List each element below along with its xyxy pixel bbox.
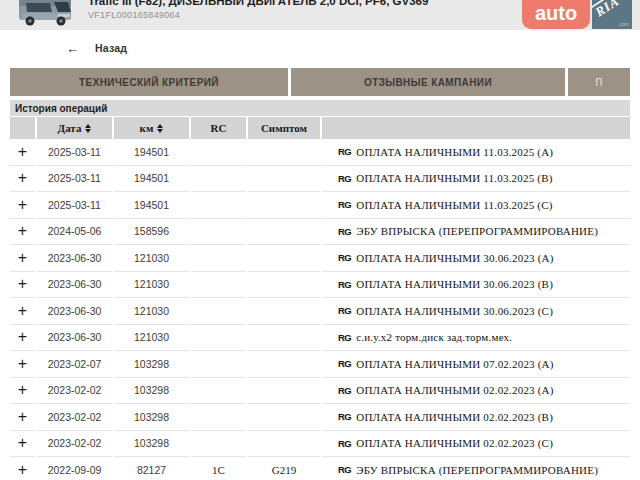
description-cell: RG с.и.у.х2 торм.диск зад.торм.мех. — [322, 325, 630, 352]
vehicle-info: Trafic III (F82), ДИЗЕЛЬНЫЙ ДВИГАТЕЛЬ 2,… — [88, 0, 522, 20]
table-body: + 2025-03-11 194501 RG ОПЛАТА НАЛИЧНЫМИ … — [10, 139, 630, 480]
sort-icon — [85, 124, 91, 133]
description-cell: RG ОПЛАТА НАЛИЧНЫМИ 07.02.2023 (A) — [322, 351, 630, 378]
header-km-sort[interactable]: км — [114, 117, 189, 139]
back-arrow-icon: ← — [66, 41, 79, 56]
rg-tag: RG — [338, 464, 351, 475]
header-date-sort[interactable]: Дата — [37, 117, 112, 139]
tab-clipped[interactable]: П — [568, 68, 630, 96]
expand-cell: + — [10, 325, 35, 352]
expand-cell: + — [10, 431, 35, 458]
vehicle-header-bar: Trafic III (F82), ДИЗЕЛЬНЫЙ ДВИГАТЕЛЬ 2,… — [0, 0, 640, 30]
km-cell: 103298 — [114, 404, 189, 431]
auto-logo[interactable]: auto — [522, 0, 590, 29]
vehicle-vin: VF1FL000165849064 — [88, 10, 522, 20]
tab-technical-criteria[interactable]: ТЕХНИЧЕСКИЙ КРИТЕРИЙ — [10, 68, 288, 96]
expand-cell: + — [10, 378, 35, 405]
symptom-cell — [248, 192, 320, 219]
km-cell: 103298 — [114, 431, 189, 458]
description-cell: RG ОПЛАТА НАЛИЧНЫМИ 11.03.2025 (A) — [322, 139, 630, 166]
symptom-cell — [248, 351, 320, 378]
table-row: + 2022-09-09 82127 1C G219 RG ЭБУ ВПРЫСК… — [10, 457, 630, 480]
header-rc-label: RC — [191, 117, 246, 139]
expand-plus-button[interactable]: + — [10, 431, 35, 457]
expand-plus-button[interactable]: + — [10, 245, 35, 271]
expand-plus-button[interactable]: + — [10, 404, 35, 430]
km-cell: 121030 — [114, 245, 189, 272]
header-date-label: Дата — [58, 122, 82, 134]
description-cell: RG ОПЛАТА НАЛИЧНЫМИ 11.03.2025 (B) — [322, 166, 630, 193]
table-row: + 2023-06-30 121030 RG ОПЛАТА НАЛИЧНЫМИ … — [10, 298, 630, 325]
symptom-cell — [248, 219, 320, 246]
description-cell: RG ЭБУ ВПРЫСКА (ПЕРЕПРОГРАММИРОВАНИЕ) — [322, 219, 630, 246]
expand-plus-button[interactable]: + — [10, 457, 35, 480]
ria-logo[interactable]: RIA .com — [592, 0, 632, 29]
expand-cell: + — [10, 245, 35, 272]
description-cell: RG ОПЛАТА НАЛИЧНЫМИ 30.06.2023 (B) — [322, 272, 630, 299]
symptom-cell — [248, 166, 320, 193]
symptom-cell — [248, 298, 320, 325]
symptom-cell — [248, 431, 320, 458]
operation-description: ОПЛАТА НАЛИЧНЫМИ 11.03.2025 (C) — [356, 199, 552, 211]
expand-plus-button[interactable]: + — [10, 351, 35, 377]
expand-plus-button[interactable]: + — [10, 139, 35, 165]
rc-cell — [191, 139, 246, 166]
table-row: + 2025-03-11 194501 RG ОПЛАТА НАЛИЧНЫМИ … — [10, 139, 630, 166]
expand-cell: + — [10, 192, 35, 219]
rg-tag: RG — [338, 199, 351, 210]
km-cell: 121030 — [114, 272, 189, 299]
rg-tag: RG — [338, 279, 351, 290]
section-title: История операций — [10, 100, 630, 116]
rc-cell — [191, 378, 246, 405]
rg-tag: RG — [338, 226, 351, 237]
operation-description: ОПЛАТА НАЛИЧНЫМИ 07.02.2023 (A) — [356, 358, 553, 370]
expand-plus-button[interactable]: + — [10, 325, 35, 351]
header-description-column — [322, 117, 630, 139]
expand-plus-button[interactable]: + — [10, 192, 35, 218]
rg-tag: RG — [338, 411, 351, 422]
rc-cell: 1C — [191, 457, 246, 480]
svg-text:.com: .com — [618, 21, 629, 27]
expand-plus-button[interactable]: + — [10, 219, 35, 245]
km-cell: 158596 — [114, 219, 189, 246]
back-button[interactable]: ← Назад — [0, 30, 640, 66]
expand-plus-button[interactable]: + — [10, 378, 35, 404]
rg-tag: RG — [338, 358, 351, 369]
symptom-cell — [248, 245, 320, 272]
operation-description: ОПЛАТА НАЛИЧНЫМИ 02.02.2023 (B) — [356, 411, 553, 423]
km-cell: 82127 — [114, 457, 189, 480]
rg-tag: RG — [338, 146, 351, 157]
operation-description: с.и.у.х2 торм.диск зад.торм.мех. — [356, 331, 512, 343]
table-row: + 2023-02-02 103298 RG ОПЛАТА НАЛИЧНЫМИ … — [10, 431, 630, 458]
back-label: Назад — [95, 42, 127, 54]
rc-cell — [191, 272, 246, 299]
date-cell: 2023-06-30 — [37, 325, 112, 352]
km-cell: 103298 — [114, 351, 189, 378]
rg-tag: RG — [338, 438, 351, 449]
symptom-cell — [248, 378, 320, 405]
date-cell: 2023-02-02 — [37, 378, 112, 405]
operation-description: ОПЛАТА НАЛИЧНЫМИ 30.06.2023 (B) — [356, 278, 553, 290]
rg-tag: RG — [338, 332, 351, 343]
expand-cell: + — [10, 139, 35, 166]
expand-plus-button[interactable]: + — [10, 166, 35, 192]
expand-plus-button[interactable]: + — [10, 272, 35, 298]
description-cell: RG ОПЛАТА НАЛИЧНЫМИ 02.02.2023 (A) — [322, 378, 630, 405]
sort-icon — [157, 124, 163, 133]
expand-cell: + — [10, 351, 35, 378]
operation-description: ЭБУ ВПРЫСКА (ПЕРЕПРОГРАММИРОВАНИЕ) — [356, 225, 598, 237]
operation-description: ОПЛАТА НАЛИЧНЫМИ 11.03.2025 (B) — [356, 172, 552, 184]
symptom-cell — [248, 272, 320, 299]
date-cell: 2023-02-02 — [37, 404, 112, 431]
expand-plus-button[interactable]: + — [10, 298, 35, 324]
operation-description: ОПЛАТА НАЛИЧНЫМИ 11.03.2025 (A) — [356, 146, 553, 158]
operations-table: Дата км RC Симптом + 2025-03-11 194501 R… — [10, 117, 630, 480]
tab-recall-campaigns[interactable]: ОТЗЫВНЫЕ КАМПАНИИ — [291, 68, 565, 96]
rc-cell — [191, 298, 246, 325]
symptom-cell: G219 — [248, 457, 320, 480]
operation-description: ОПЛАТА НАЛИЧНЫМИ 02.02.2023 (A) — [356, 384, 553, 396]
date-cell: 2023-06-30 — [37, 272, 112, 299]
operation-description: ЭБУ ВПРЫСКА (ПЕРЕПРОГРАММИРОВАНИЕ) — [356, 464, 598, 476]
description-cell: RG ОПЛАТА НАЛИЧНЫМИ 02.02.2023 (C) — [322, 431, 630, 458]
rc-cell — [191, 351, 246, 378]
